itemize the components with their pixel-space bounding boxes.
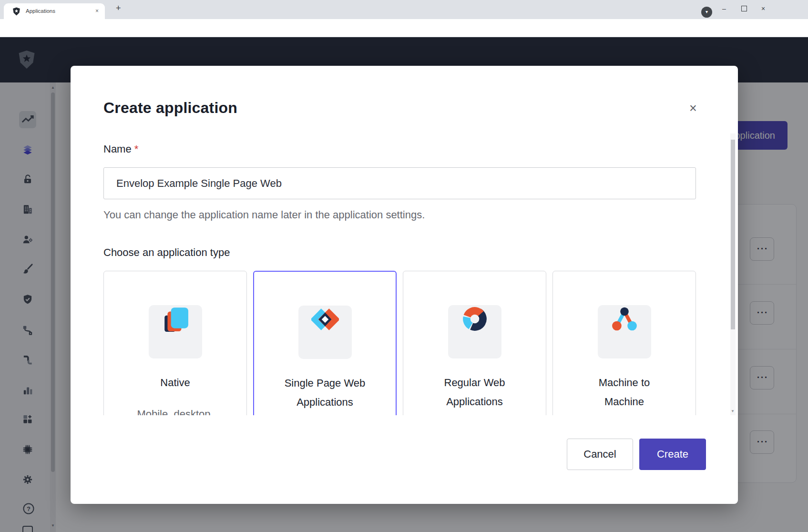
card-title: Machine to Machine Applications bbox=[580, 373, 668, 415]
name-help-text: You can change the application name late… bbox=[103, 209, 425, 221]
tab-close-icon[interactable]: × bbox=[95, 8, 99, 14]
browser-update-indicator-icon[interactable]: ▾ bbox=[701, 7, 712, 18]
required-asterisk: * bbox=[134, 143, 139, 155]
card-title: Native bbox=[131, 373, 219, 392]
screen: Applications × + ▾ – × manage.auth0.com/… bbox=[0, 0, 808, 532]
window-minimize-button[interactable]: – bbox=[716, 3, 733, 15]
application-type-cards: Native Mobile, desktop, CLI and smart de… bbox=[103, 271, 696, 415]
application-name-input[interactable] bbox=[103, 167, 696, 199]
native-icon-box bbox=[149, 305, 202, 358]
card-title: Regular Web Applications bbox=[430, 373, 519, 411]
modal-scrollbar[interactable]: ▼ bbox=[730, 133, 736, 415]
cancel-button[interactable]: Cancel bbox=[567, 439, 633, 470]
modal-scroll-down-icon[interactable]: ▼ bbox=[731, 409, 735, 413]
machine-to-machine-icon bbox=[611, 305, 638, 333]
single-page-app-icon bbox=[311, 306, 339, 333]
modal-title: Create application bbox=[103, 99, 237, 117]
native-icon bbox=[162, 305, 189, 333]
name-field-label: Name * bbox=[103, 143, 138, 155]
browser-tab-bar: Applications × + ▾ – × bbox=[0, 0, 808, 19]
modal-close-icon[interactable]: × bbox=[684, 99, 703, 118]
window-maximize-button[interactable] bbox=[736, 3, 753, 15]
create-application-modal: Create application × Name * You can chan… bbox=[71, 66, 738, 504]
app-type-card-machine-to-machine[interactable]: Machine to Machine Applications bbox=[552, 271, 696, 415]
app-type-card-regular-web[interactable]: Regular Web Applications Traditional web… bbox=[403, 271, 546, 415]
card-description: Mobile, desktop, CLI and smart device ap… bbox=[131, 405, 219, 415]
app-type-card-single-page-web[interactable]: Single Page Web Applications A JavaScrip… bbox=[253, 271, 397, 415]
tab-title: Applications bbox=[26, 8, 55, 14]
modal-body: Name * You can change the application na… bbox=[71, 133, 732, 415]
application-type-label: Choose an application type bbox=[103, 246, 230, 259]
spa-icon-box bbox=[298, 306, 352, 359]
card-title: Single Page Web Applications bbox=[281, 374, 369, 412]
regular-web-icon-box bbox=[448, 305, 501, 358]
tab-favicon-auth0-icon bbox=[12, 7, 20, 16]
browser-tab[interactable]: Applications × bbox=[4, 3, 105, 19]
new-tab-button[interactable]: + bbox=[116, 3, 121, 13]
m2m-icon-box bbox=[598, 305, 651, 358]
app-type-card-native[interactable]: Native Mobile, desktop, CLI and smart de… bbox=[103, 271, 247, 415]
create-button[interactable]: Create bbox=[639, 439, 706, 470]
browser-toolbar: manage.auth0.com/dashboard/eu/dream-watc… bbox=[0, 19, 808, 37]
window-close-button[interactable]: × bbox=[755, 3, 772, 15]
modal-scrollbar-thumb[interactable] bbox=[731, 140, 735, 329]
regular-web-app-icon bbox=[461, 305, 489, 333]
